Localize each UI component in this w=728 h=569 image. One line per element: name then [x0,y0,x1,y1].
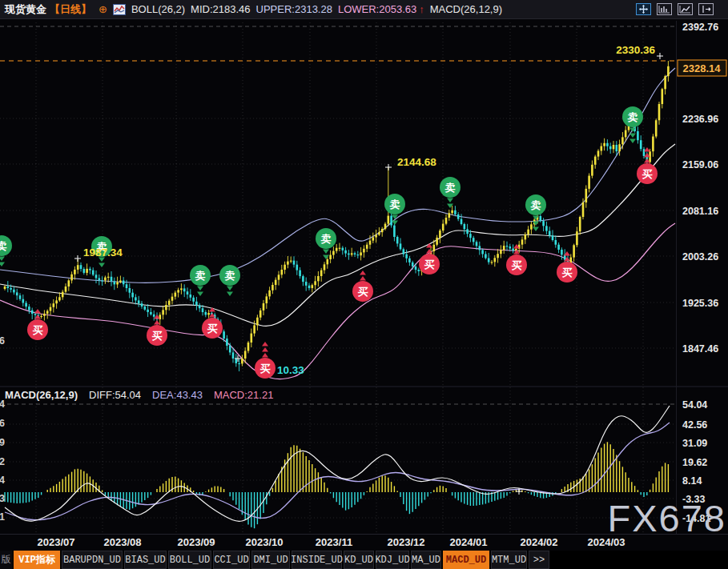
indicator-tab-maud[interactable]: MA_UD [411,551,441,569]
svg-text:买: 买 [207,323,218,335]
clipped-axis-label: 4 [0,475,5,486]
fx678-watermark: FX678 [608,496,726,540]
svg-text:卖: 卖 [225,270,235,282]
indicator-tab-biasud[interactable]: BIAS_UD [124,551,167,569]
price-tick-label: 2159.06 [682,159,718,170]
clipped-axis-label: 6 [0,335,5,347]
clipped-axis-label: 1 [0,511,5,523]
svg-text:买: 买 [33,324,43,336]
macd-tick-label: 8.14 [682,475,702,487]
macd-diff-value: DIFF:54.04 [89,389,141,401]
svg-text:买: 买 [260,363,271,375]
indicator-tab-insideud[interactable]: INSIDE_UD [292,551,342,569]
indicator-tab-barupdnud[interactable]: BARUPDN_UD [62,551,123,569]
price-annotation: 1987.34 [83,246,123,258]
indicator-tab-vip[interactable]: VIP指标 [14,551,60,569]
svg-text:卖: 卖 [445,182,456,194]
macd-tick-label: 54.04 [682,399,707,411]
price-annotation: 2144.68 [397,156,436,168]
price-annotation: 2330.36 [616,44,655,56]
svg-text:卖: 卖 [390,198,400,210]
clipped-axis-label: 6 [0,418,5,429]
indicator-tab-dmiud[interactable]: DMI_UD [251,551,290,569]
last-price-value: 2328.14 [683,62,722,74]
macd-tick-label: 31.09 [682,438,707,449]
price-macd-chart[interactable]: 买买买买买买买买买卖卖卖卖卖卖卖卖卖2330.362144.681987.341… [0,0,728,569]
price-annotation: 10.33 [277,364,304,376]
svg-text:买: 买 [642,168,653,180]
svg-text:买: 买 [512,259,522,271]
clipped-axis-label: 3 [0,493,5,504]
svg-text:买: 买 [152,330,163,342]
svg-text:卖: 卖 [531,199,541,211]
indicator-tab-mtmud[interactable]: MTM_UD [491,551,527,569]
macd-bar-value: MACD:21.21 [214,389,273,401]
price-tick-label: 2081.16 [682,206,718,217]
indicator-tab-bollud[interactable]: BOLL_UD [168,551,211,569]
indicator-tab-macdud[interactable]: MACD_UD [443,551,489,569]
indicator-tab-kdud[interactable]: KD_UD [344,551,374,569]
macd-tick-label: 19.62 [682,457,707,468]
clipped-axis-label: 2 [0,456,5,467]
svg-text:买: 买 [562,266,573,278]
indicator-tab-kdjud[interactable]: KDJ_UD [376,551,409,569]
month-label: 2023/09 [178,536,215,548]
svg-text:卖: 卖 [321,233,332,245]
svg-text:买: 买 [358,286,368,298]
indicator-tab-cciud[interactable]: CCI_UD [213,551,250,569]
month-label: 2023/10 [246,536,284,548]
svg-text:买: 买 [424,258,435,270]
indicator-tab-bar: 版VIP指标BARUPDN_UDBIAS_UDBOLL_UDCCI_UDDMI_… [0,551,728,569]
price-tick-label: 1925.36 [682,298,718,309]
month-label: 2023/11 [316,536,352,548]
month-label: 2024/02 [521,536,558,548]
indicator-tab-[interactable]: 版 [0,551,12,569]
month-label: 2024/01 [450,536,488,548]
month-label: 2023/08 [104,536,142,548]
macd-dea-value: DEA:43.43 [152,389,203,401]
svg-text:卖: 卖 [0,240,7,252]
indicator-tab-[interactable]: >> [529,551,549,569]
month-label: 2023/07 [38,536,75,548]
macd-tick-label: 42.56 [682,419,707,431]
svg-text:卖: 卖 [628,111,638,123]
macd-name-label: MACD(26,12,9) [5,389,78,401]
price-tick-label: 2236.96 [682,114,718,125]
month-label: 2023/12 [388,536,425,548]
clipped-axis-label: 9 [0,437,5,448]
price-tick-label: 2392.76 [682,22,718,33]
macd-pane-header: MACD(26,12,9) DIFF:54.04 DEA:43.43 MACD:… [5,389,273,401]
price-tick-label: 1847.46 [682,343,718,355]
price-tick-label: 2003.26 [682,251,718,262]
svg-text:卖: 卖 [195,270,206,282]
trading-app-window: 买买买买买买买买买卖卖卖卖卖卖卖卖卖2330.362144.681987.341… [0,0,728,569]
